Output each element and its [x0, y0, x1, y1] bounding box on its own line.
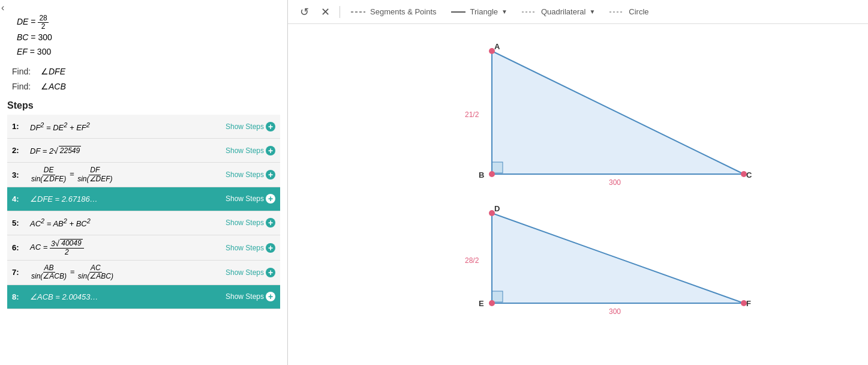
step-number-7: 7:: [12, 268, 26, 277]
triangle-chevron-icon: ▼: [501, 8, 507, 15]
circle-icon: [609, 11, 624, 13]
right-panel: ↺ ✕ Segments & Points Triangle ▼ Quadril…: [288, 0, 868, 365]
given-bc: BC = 300: [17, 31, 280, 45]
step-row-1: 1: DF2 = DE2 + EF2 Show Steps +: [7, 115, 280, 139]
given-de: DE = 282: [17, 14, 280, 31]
plus-icon-3: +: [266, 170, 275, 179]
step-row-4: 4: ∠DFE = 2.67186… Show Steps +: [7, 187, 280, 211]
find-value-1: ∠DFE: [41, 64, 65, 79]
plus-icon-2: +: [266, 146, 275, 155]
show-steps-btn-7[interactable]: Show Steps +: [226, 268, 275, 277]
plus-icon-1: +: [266, 122, 275, 131]
step-math-5: AC2 = AB2 + BC2: [26, 217, 226, 228]
find-row-2: Find: ∠ACB: [12, 79, 280, 94]
top-dim-bc: 300: [609, 178, 621, 187]
show-steps-btn-3[interactable]: Show Steps +: [226, 170, 275, 179]
step-number-5: 5:: [12, 219, 26, 228]
step-number-2: 2:: [12, 146, 26, 155]
step-math-2: DF = 2√22549: [26, 146, 226, 155]
given-section: DE = 282 BC = 300 EF = 300: [17, 14, 280, 59]
bottom-label-e: E: [479, 299, 484, 308]
undo-button[interactable]: ↺: [298, 4, 311, 20]
steps-title: Steps: [7, 100, 280, 111]
segments-points-icon: [351, 11, 365, 13]
top-label-b: B: [479, 170, 484, 179]
top-label-a: A: [494, 42, 500, 51]
top-right-angle: [492, 162, 503, 173]
bottom-right-angle: [492, 291, 503, 302]
show-steps-btn-8[interactable]: Show Steps +: [226, 292, 275, 301]
find-value-2: ∠ACB: [41, 79, 66, 94]
toolbar: ↺ ✕ Segments & Points Triangle ▼ Quadril…: [288, 0, 868, 24]
collapse-button[interactable]: ‹: [1, 2, 4, 13]
step-math-4: ∠DFE = 2.67186…: [26, 195, 226, 204]
find-label-1: Find:: [12, 64, 36, 79]
step-row-3: 3: DEsin(∠DFE) = DFsin(∠DEF) Show Steps …: [7, 163, 280, 187]
plus-icon-7: +: [266, 268, 275, 277]
canvas-area[interactable]: A B C 21/2 300 D E F 28/2 300: [288, 24, 868, 365]
show-steps-btn-4[interactable]: Show Steps +: [226, 194, 275, 204]
show-steps-btn-6[interactable]: Show Steps +: [226, 243, 275, 253]
bottom-point-e: [489, 300, 495, 306]
step-number-4: 4:: [12, 195, 26, 204]
toolbar-separator: [340, 6, 340, 18]
bottom-label-d: D: [494, 204, 500, 213]
segments-points-menu[interactable]: Segments & Points: [347, 5, 440, 18]
triangle-icon: [451, 11, 465, 13]
quadrilateral-icon: [522, 11, 536, 13]
plus-icon-4: +: [266, 194, 275, 204]
circle-label: Circle: [629, 7, 648, 16]
bottom-dim-ef: 300: [609, 307, 621, 316]
top-label-c: C: [746, 170, 752, 179]
step-math-1: DF2 = DE2 + EF2: [26, 121, 226, 132]
segments-points-label: Segments & Points: [370, 7, 437, 16]
bottom-dim-de: 28/2: [465, 256, 479, 265]
bottom-label-f: F: [746, 299, 751, 308]
plus-icon-8: +: [266, 292, 275, 301]
quadrilateral-menu[interactable]: Quadrilateral ▼: [518, 5, 599, 18]
quadrilateral-label: Quadrilateral: [541, 7, 585, 16]
plus-icon-6: +: [266, 243, 275, 253]
step-number-3: 3:: [12, 170, 26, 179]
left-panel: ‹ DE = 282 BC = 300 EF = 300 Find: ∠DFE …: [0, 0, 288, 365]
find-row-1: Find: ∠DFE: [12, 64, 280, 79]
step-row-7: 7: ABsin(∠ACB) = ACsin(∠ABC) Show Steps …: [7, 261, 280, 285]
show-steps-btn-5[interactable]: Show Steps +: [226, 218, 275, 228]
step-row-5: 5: AC2 = AB2 + BC2 Show Steps +: [7, 211, 280, 235]
find-label-2: Find:: [12, 79, 36, 94]
show-steps-btn-1[interactable]: Show Steps +: [226, 122, 275, 131]
step-number-1: 1:: [12, 122, 26, 131]
step-row-2: 2: DF = 2√22549 Show Steps +: [7, 139, 280, 163]
step-number-6: 6:: [12, 243, 26, 252]
circle-menu[interactable]: Circle: [606, 5, 652, 18]
close-button[interactable]: ✕: [319, 4, 332, 20]
step-row-6: 6: AC = 3√400492 Show Steps +: [7, 235, 280, 261]
plus-icon-5: +: [266, 218, 275, 228]
triangle-menu[interactable]: Triangle ▼: [447, 5, 511, 18]
step-row-8: 8: ∠ACB = 2.00453… Show Steps +: [7, 285, 280, 309]
triangle-label: Triangle: [470, 7, 498, 16]
step-math-8: ∠ACB = 2.00453…: [26, 292, 226, 301]
given-ef: EF = 300: [17, 45, 280, 59]
step-number-8: 8:: [12, 292, 26, 301]
show-steps-btn-2[interactable]: Show Steps +: [226, 146, 275, 155]
find-section: Find: ∠DFE Find: ∠ACB: [12, 64, 280, 94]
quadrilateral-chevron-icon: ▼: [589, 8, 595, 15]
top-dim-ab: 21/2: [465, 110, 479, 119]
top-point-b: [489, 171, 495, 177]
step-math-7: ABsin(∠ACB) = ACsin(∠ABC): [26, 264, 226, 280]
step-math-6: AC = 3√400492: [26, 239, 226, 257]
step-math-3: DEsin(∠DFE) = DFsin(∠DEF): [26, 166, 226, 182]
